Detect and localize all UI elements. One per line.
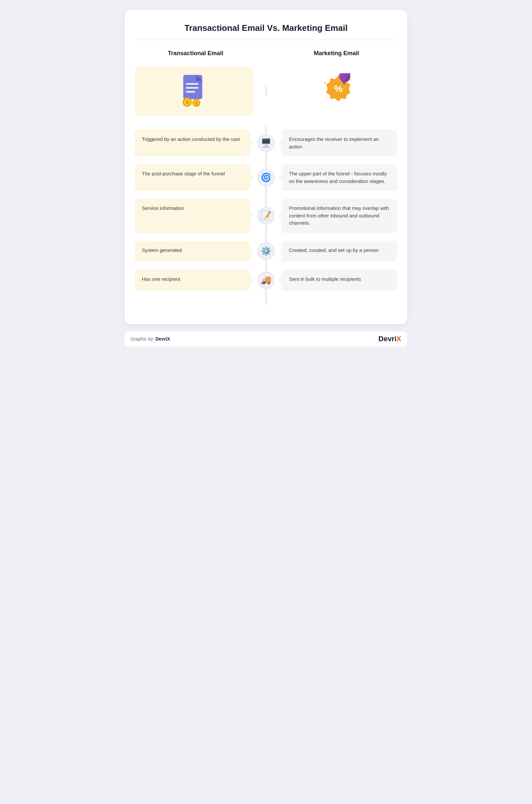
page-title: Transactional Email Vs. Marketing Email [135, 23, 397, 40]
transactional-hero-icon: $ $ [135, 67, 253, 116]
row-1-right: Encourages the receiver to implement an … [282, 130, 397, 156]
footer-logo: DevriX [378, 335, 401, 343]
footer-logo-x: X [396, 335, 401, 343]
row-4: System generated ⚙️ Created, curated, an… [135, 237, 397, 266]
row-5-right-text: Sent in bulk to multiple recipients [282, 270, 397, 291]
row-5-icon: 🚚 [258, 272, 274, 289]
svg-rect-3 [186, 87, 198, 89]
svg-rect-4 [186, 91, 195, 93]
row-1-center: 🖥️ [253, 130, 279, 156]
row-4-icon: ⚙️ [258, 243, 274, 260]
row-1-left-text: Triggered by an action conducted by the … [135, 130, 250, 156]
row-5-left-text: Has one recipient [135, 270, 250, 291]
row-1-icon: 🖥️ [258, 135, 274, 152]
row-3-center: 📝 [253, 199, 279, 233]
row-3: Service information 📝 Promotional inform… [135, 195, 397, 237]
row-4-left: System generated [135, 241, 250, 262]
column-headers: Transactional Email Marketing Email [135, 50, 397, 57]
left-column-header: Transactional Email [138, 50, 253, 57]
row-5-right: Sent in bulk to multiple recipients [282, 270, 397, 291]
comparison-section: Triggered by an action conducted by the … [135, 126, 397, 304]
row-3-right-text: Promotional information that may overlap… [282, 199, 397, 233]
row-2-left: The post-purchase stage of the funnel [135, 164, 250, 191]
row-4-right-text: Created, curated, and set up by a person [282, 241, 397, 262]
svg-rect-2 [186, 83, 198, 85]
marketing-hero-icon: % [279, 67, 397, 116]
footer-brand: DevriX [155, 336, 170, 342]
row-5-center: 🚚 [253, 270, 279, 291]
row-1-left: Triggered by an action conducted by the … [135, 130, 250, 156]
svg-point-16 [324, 82, 326, 84]
row-2-right: The upper part of the funnel - focuses m… [282, 164, 397, 191]
row-4-right: Created, curated, and set up by a person [282, 241, 397, 262]
row-3-left-text: Service information [135, 199, 250, 233]
row-2-left-text: The post-purchase stage of the funnel [135, 164, 250, 191]
footer-bar: Graphic by: DevriX DevriX [125, 331, 407, 346]
svg-text:$: $ [195, 101, 197, 105]
hero-center-spacer [253, 87, 279, 96]
row-2-icon: 🌀 [258, 169, 274, 186]
row-2-center: 🌀 [253, 164, 279, 191]
row-2: The post-purchase stage of the funnel 🌀 … [135, 160, 397, 195]
svg-text:$: $ [186, 100, 189, 105]
bottom-line-ext [135, 294, 397, 304]
footer-credit-prefix: Graphic by: [131, 336, 155, 342]
row-2-right-text: The upper part of the funnel - focuses m… [282, 164, 397, 191]
row-5-left: Has one recipient [135, 270, 250, 291]
hero-icons-row: $ $ % [135, 67, 397, 116]
main-card: Transactional Email Vs. Marketing Email … [125, 10, 407, 324]
row-4-left-text: System generated [135, 241, 250, 262]
row-3-icon: 📝 [258, 207, 274, 224]
footer-credit: Graphic by: DevriX [131, 336, 170, 342]
row-1: Triggered by an action conducted by the … [135, 126, 397, 160]
svg-point-18 [326, 96, 327, 97]
right-column-header: Marketing Email [279, 50, 394, 57]
row-1-right-text: Encourages the receiver to implement an … [282, 130, 397, 156]
row-3-right: Promotional information that may overlap… [282, 199, 397, 233]
svg-point-17 [350, 79, 352, 81]
svg-text:%: % [334, 83, 343, 94]
row-4-center: ⚙️ [253, 241, 279, 262]
row-5: Has one recipient 🚚 Sent in bulk to mult… [135, 266, 397, 294]
row-3-left: Service information [135, 199, 250, 233]
